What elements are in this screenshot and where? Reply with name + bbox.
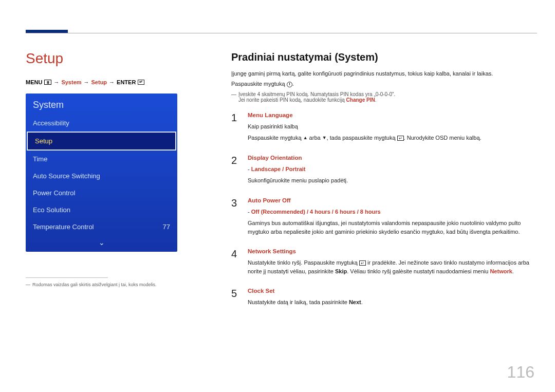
pin-line: Įveskite 4 skaitmenų PIN kodą. Numatytas… bbox=[238, 91, 395, 97]
option: 8 hours bbox=[360, 209, 381, 215]
pin-dash: ― bbox=[231, 91, 236, 103]
step-body: Menu LanguageKaip pasirinkti kalbąPaspau… bbox=[248, 112, 537, 145]
step-1: 1Menu LanguageKaip pasirinkti kalbąPaspa… bbox=[231, 112, 537, 145]
network-label: Network bbox=[490, 268, 512, 274]
menu-item-label: Temperature Control bbox=[33, 223, 94, 231]
press-power-line: Paspauskite mygtuką . bbox=[231, 81, 537, 87]
step-body: Auto Power Off- Off (Recommended) / 4 ho… bbox=[248, 197, 537, 239]
step-number: 3 bbox=[231, 197, 238, 239]
step-number: 2 bbox=[231, 155, 238, 188]
left-column: Setup MENU Ⅲ → System → Setup → ENTER Sy… bbox=[26, 50, 190, 287]
menu-item-label: Eco Solution bbox=[33, 206, 70, 214]
page-title: Setup bbox=[26, 50, 190, 67]
chevron-down-icon[interactable]: ⌄ bbox=[26, 235, 177, 252]
right-column: Pradiniai nustatymai (System) Įjungę gam… bbox=[231, 51, 537, 310]
step-title: Auto Power Off bbox=[248, 197, 537, 203]
breadcrumb-menu: MENU bbox=[26, 79, 42, 85]
breadcrumb-arrow-1: → bbox=[53, 79, 59, 85]
menu-item-value: 77 bbox=[163, 223, 170, 231]
page-number: 116 bbox=[507, 363, 534, 382]
pin-note: ― Įveskite 4 skaitmenų PIN kodą. Numatyt… bbox=[231, 91, 537, 103]
menu-header: System bbox=[26, 94, 177, 115]
option: Landscape bbox=[251, 166, 281, 172]
system-menu-panel: System AccessibilitySetupTimeAuto Source… bbox=[26, 94, 177, 252]
step-2: 2Display Orientation- Landscape / Portra… bbox=[231, 155, 537, 188]
option: Portrait bbox=[285, 166, 305, 172]
enter-icon bbox=[138, 80, 144, 85]
footnote-dash: ― bbox=[26, 282, 30, 287]
step-title: Network Settings bbox=[248, 248, 537, 254]
step-clock-line: Nustatykite datą ir laiką, tada pasirink… bbox=[248, 298, 537, 307]
menu-item-label: Time bbox=[33, 155, 47, 163]
menu-icon: Ⅲ bbox=[44, 80, 51, 85]
menu-item-setup[interactable]: Setup bbox=[27, 132, 176, 151]
menu-item-label: Accessibility bbox=[33, 119, 69, 127]
step-title: Menu Language bbox=[248, 112, 537, 118]
step-5: 5Clock SetNustatykite datą ir laiką, tad… bbox=[231, 288, 537, 310]
menu-item-accessibility[interactable]: Accessibility bbox=[26, 115, 177, 132]
next-label: Next bbox=[349, 299, 361, 305]
option: 4 hours bbox=[310, 209, 330, 215]
footnote-text: Rodomas vaizdas gali skirtis atsižvelgia… bbox=[32, 282, 157, 287]
step-4: 4Network SettingsNustatykite tinklo ryšį… bbox=[231, 248, 537, 278]
pin-change-line: Jei norite pakeisti PIN kodą, naudokite … bbox=[238, 97, 395, 103]
menu-item-eco-solution[interactable]: Eco Solution bbox=[26, 201, 177, 218]
breadcrumb-arrow-2: → bbox=[84, 79, 89, 85]
menu-item-label: Auto Source Switching bbox=[33, 172, 100, 180]
step-body: Clock SetNustatykite datą ir laiką, tada… bbox=[248, 288, 537, 310]
step-number: 5 bbox=[231, 288, 238, 310]
step-body: Network SettingsNustatykite tinklo ryšį.… bbox=[248, 248, 537, 278]
step-options: - Off (Recommended) / 4 hours / 6 hours … bbox=[248, 208, 537, 216]
step-network-line: Nustatykite tinklo ryšį. Paspauskite myg… bbox=[248, 258, 537, 275]
menu-item-power-control[interactable]: Power Control bbox=[26, 184, 177, 201]
breadcrumb-arrow-3: → bbox=[109, 79, 115, 85]
menu-item-label: Setup bbox=[35, 137, 52, 145]
step-body: Display Orientation- Landscape / Portrai… bbox=[248, 155, 537, 188]
breadcrumb: MENU Ⅲ → System → Setup → ENTER bbox=[26, 79, 190, 85]
step-options: - Landscape / Portrait bbox=[248, 165, 537, 174]
breadcrumb-enter: ENTER bbox=[117, 79, 136, 85]
menu-item-auto-source-switching[interactable]: Auto Source Switching bbox=[26, 167, 177, 184]
intro-text: Įjungę gaminį pirmą kartą, galite konfig… bbox=[231, 70, 537, 77]
section-heading: Pradiniai nustatymai (System) bbox=[231, 51, 537, 63]
power-icon bbox=[287, 82, 292, 87]
skip-label: Skip bbox=[335, 268, 347, 274]
enter-icon bbox=[359, 260, 366, 266]
step-text: Kaip pasirinkti kalbą bbox=[248, 122, 537, 131]
footnote-rule bbox=[26, 277, 108, 278]
breadcrumb-setup: Setup bbox=[91, 79, 107, 85]
option: 6 hours bbox=[335, 209, 356, 215]
step-text: Sukonfigūruokite meniu puslapio padėtį. bbox=[248, 176, 537, 185]
step-3: 3Auto Power Off- Off (Recommended) / 4 h… bbox=[231, 197, 537, 239]
footnote: ― Rodomas vaizdas gali skirtis atsižvelg… bbox=[26, 282, 190, 287]
step-text: Gaminys bus automatiškai išjungtas, jei … bbox=[248, 219, 537, 236]
step-title: Display Orientation bbox=[248, 155, 537, 161]
step-number: 4 bbox=[231, 248, 238, 278]
step-press-line: Paspauskite mygtuką ▲ arba ▼, tada paspa… bbox=[248, 134, 537, 142]
menu-item-label: Power Control bbox=[33, 189, 75, 197]
triangle-up-icon: ▲ bbox=[303, 135, 308, 140]
step-title: Clock Set bbox=[248, 288, 537, 294]
header-rule bbox=[26, 33, 537, 33]
option: Off (Recommended) bbox=[251, 209, 305, 215]
breadcrumb-system: System bbox=[61, 79, 81, 85]
menu-item-temperature-control[interactable]: Temperature Control77 bbox=[26, 218, 177, 235]
step-number: 1 bbox=[231, 112, 238, 145]
triangle-down-icon: ▼ bbox=[322, 135, 327, 140]
menu-item-time[interactable]: Time bbox=[26, 151, 177, 167]
enter-icon bbox=[397, 136, 404, 141]
